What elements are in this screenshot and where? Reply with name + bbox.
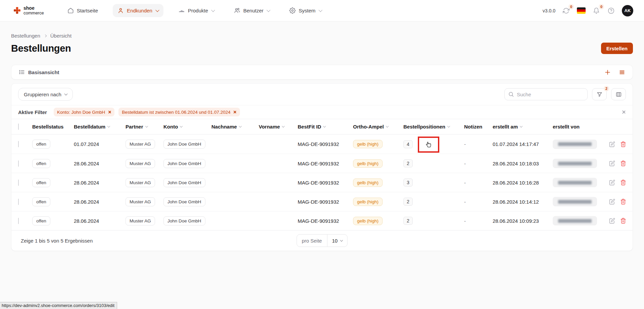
- column-header-nachname[interactable]: Nachname: [211, 124, 259, 130]
- nav-item-produkte[interactable]: Produkte: [174, 4, 219, 17]
- partner-badge: Muster AG: [126, 159, 155, 168]
- table-row[interactable]: offen 28.06.2024 Muster AG John Doe GmbH…: [11, 211, 633, 230]
- cell-erstellt-am: 28.06.2024 10:09:23: [493, 218, 553, 224]
- app-logo[interactable]: shoe commerce: [13, 6, 44, 15]
- filter-chip-bestelldatum[interactable]: Bestelldatum ist zwischen 01.06.2024 und…: [118, 108, 240, 116]
- notifications-button[interactable]: 0: [592, 7, 600, 15]
- table-row[interactable]: offen 28.06.2024 Muster AG John Doe GmbH…: [11, 154, 633, 173]
- positions-count-badge[interactable]: 4: [403, 140, 413, 148]
- table-row[interactable]: offen 01.07.2024 Muster AG John Doe GmbH…: [11, 135, 633, 154]
- column-header-konto[interactable]: Konto: [163, 124, 211, 130]
- logo-text: shoe commerce: [23, 6, 44, 15]
- sort-icon: [107, 125, 110, 127]
- clear-filters-icon[interactable]: [622, 110, 626, 114]
- search-icon: [508, 91, 514, 97]
- row-checkbox[interactable]: [18, 141, 19, 147]
- close-icon[interactable]: [233, 110, 237, 114]
- sort-icon: [447, 125, 450, 127]
- status-badge: offen: [32, 216, 50, 225]
- search-input[interactable]: [504, 88, 588, 100]
- nav-item-benutzer[interactable]: Benutzer: [229, 4, 275, 17]
- status-badge: offen: [32, 159, 50, 168]
- redacted-erstellt-von: [553, 216, 597, 225]
- konto-badge: John Doe GmbH: [163, 140, 205, 149]
- edit-icon[interactable]: [609, 179, 615, 186]
- table-row[interactable]: offen 28.06.2024 Muster AG John Doe GmbH…: [11, 173, 633, 192]
- edit-icon[interactable]: [609, 141, 615, 147]
- breadcrumb: Bestellungen Übersicht: [11, 21, 633, 39]
- add-view-button[interactable]: [604, 69, 611, 75]
- edit-icon[interactable]: [609, 199, 615, 205]
- row-checkbox[interactable]: [18, 160, 19, 167]
- delete-icon[interactable]: [620, 160, 626, 166]
- positions-count-badge[interactable]: 3: [403, 178, 413, 187]
- table-toolbar: Gruppieren nach 2: [11, 84, 633, 105]
- column-header-bestellpositionen[interactable]: Bestellpositionen: [403, 124, 464, 130]
- nav-item-system[interactable]: System: [285, 4, 327, 17]
- help-button[interactable]: [607, 7, 615, 15]
- columns-button[interactable]: [611, 88, 626, 100]
- sort-icon: [239, 125, 242, 127]
- edit-icon[interactable]: [609, 160, 615, 166]
- manage-views-button[interactable]: [619, 69, 625, 75]
- create-button[interactable]: Erstellen: [601, 43, 633, 54]
- close-icon[interactable]: [108, 110, 111, 114]
- orders-table-card: Gruppieren nach 2 Akt: [11, 83, 633, 251]
- filter-chip-konto[interactable]: Konto: John Doe GmbH: [54, 108, 114, 116]
- cell-erstellt-am: 01.07.2024 14:17:47: [493, 141, 553, 147]
- view-tab-basisansicht[interactable]: Basisansicht: [19, 69, 59, 75]
- column-header-bestelldatum[interactable]: Bestelldatum: [74, 124, 126, 130]
- partner-badge: Muster AG: [126, 197, 155, 206]
- cell-bestelldatum: 28.06.2024: [74, 199, 126, 205]
- main-nav: Startseite Endkunden Produkte Benutzer: [63, 4, 327, 17]
- positions-count-badge[interactable]: 2: [403, 159, 413, 167]
- cell-bestelldatum: 28.06.2024: [74, 218, 126, 224]
- cell-bestfit-id: MAG-DE-9091932: [298, 161, 353, 166]
- delete-icon[interactable]: [620, 141, 626, 147]
- cell-erstellt-am: 28.06.2024 10:14:12: [493, 199, 553, 205]
- home-icon: [67, 7, 74, 14]
- chevron-down-icon: [64, 92, 67, 96]
- konto-badge: John Doe GmbH: [163, 178, 205, 187]
- breadcrumb-uebersicht[interactable]: Übersicht: [50, 33, 71, 39]
- nav-label: Benutzer: [243, 8, 263, 13]
- redacted-erstellt-von: [553, 178, 597, 187]
- cell-bestelldatum: 28.06.2024: [74, 180, 126, 186]
- column-header-vorname[interactable]: Vorname: [259, 124, 298, 130]
- row-checkbox[interactable]: [18, 179, 19, 186]
- delete-icon[interactable]: [620, 218, 626, 224]
- delete-icon[interactable]: [620, 199, 626, 205]
- link-preview-statusbar: https://dev-adminv2.shoe-commerce.com/or…: [0, 302, 117, 309]
- cell-notizen: -: [464, 161, 493, 166]
- status-badge: offen: [32, 197, 50, 206]
- positions-count-badge[interactable]: 2: [403, 217, 413, 225]
- columns-icon: [615, 91, 622, 98]
- column-header-partner[interactable]: Partner: [126, 124, 163, 130]
- column-header-notizen: Notizen: [464, 124, 493, 130]
- breadcrumb-bestellungen[interactable]: Bestellungen: [11, 33, 40, 39]
- sort-icon: [282, 125, 285, 127]
- sort-icon: [520, 125, 523, 127]
- column-header-bestfit-id[interactable]: BestFit ID: [298, 124, 353, 130]
- filter-button[interactable]: 2: [592, 88, 607, 100]
- edit-icon[interactable]: [609, 218, 615, 224]
- sort-icon: [323, 125, 326, 127]
- sync-button[interactable]: 0: [562, 7, 570, 15]
- column-header-erstellt-am[interactable]: erstellt am: [493, 124, 553, 130]
- table-row[interactable]: offen 28.06.2024 Muster AG John Doe GmbH…: [11, 192, 633, 211]
- cell-erstellt-am: 28.06.2024 10:16:28: [493, 180, 553, 186]
- nav-item-endkunden[interactable]: Endkunden: [113, 4, 163, 17]
- nav-item-startseite[interactable]: Startseite: [63, 4, 103, 17]
- row-checkbox[interactable]: [18, 218, 19, 224]
- delete-icon[interactable]: [620, 179, 626, 186]
- user-avatar[interactable]: AK: [622, 5, 633, 16]
- select-all-checkbox[interactable]: [18, 123, 19, 130]
- ortho-ampel-badge: gelb (high): [353, 198, 383, 206]
- language-flag-german[interactable]: [577, 7, 586, 14]
- column-header-ortho-ampel[interactable]: Ortho-Ampel: [353, 124, 403, 130]
- row-checkbox[interactable]: [18, 199, 19, 205]
- per-page-select[interactable]: 10: [327, 235, 347, 247]
- positions-count-badge[interactable]: 2: [403, 198, 413, 206]
- group-by-dropdown[interactable]: Gruppieren nach: [18, 88, 73, 101]
- column-header-bestellstatus[interactable]: Bestellstatus: [32, 124, 74, 130]
